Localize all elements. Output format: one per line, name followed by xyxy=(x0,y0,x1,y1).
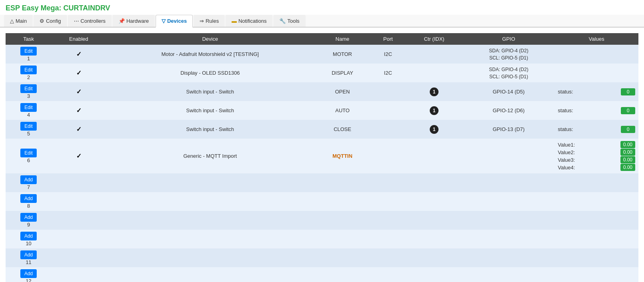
tab-rules[interactable]: ⇒ Rules xyxy=(194,15,225,27)
value-badge-3: 0.00 xyxy=(620,156,635,163)
value-badge: 0 xyxy=(621,126,635,133)
check-icon: ✓ xyxy=(76,51,81,58)
tab-main[interactable]: △ Main xyxy=(4,15,33,27)
tab-devices-label: Devices xyxy=(167,18,187,24)
table-row: Add8 xyxy=(6,192,638,211)
ctr-cell xyxy=(405,45,462,64)
ctr-cell xyxy=(405,64,462,82)
table-row: Add7 xyxy=(6,173,638,192)
device-cell: Generic - MQTT Import xyxy=(106,139,314,173)
tab-controllers-label: Controllers xyxy=(81,18,106,24)
enabled-cell: ✓ xyxy=(51,120,106,139)
ctr-cell: 1 xyxy=(405,101,462,120)
values-cell: status: 0 xyxy=(555,82,638,101)
tab-tools-label: Tools xyxy=(287,18,299,24)
edit-button-1[interactable]: Edit xyxy=(20,47,37,56)
port-cell xyxy=(370,120,405,139)
controllers-icon: ⋯ xyxy=(74,18,79,24)
tab-rules-label: Rules xyxy=(205,18,219,24)
ctr-badge: 1 xyxy=(430,125,439,134)
value-badge-2: 0.00 xyxy=(620,149,635,156)
add-button-9[interactable]: Add xyxy=(20,213,37,222)
table-row: Add10 xyxy=(6,230,638,248)
task-num: Edit3 xyxy=(6,82,51,101)
task-num: Edit1 xyxy=(6,45,51,64)
tab-config[interactable]: ⚙ Config xyxy=(34,15,67,27)
add-button-7[interactable]: Add xyxy=(20,175,37,184)
table-row: Edit1 ✓ Motor - Adafruit Motorshield v2 … xyxy=(6,45,638,64)
task-num: Add12 xyxy=(6,267,51,282)
enabled-cell: ✓ xyxy=(51,82,106,101)
hardware-icon: 📌 xyxy=(119,18,125,24)
device-cell: Display - OLED SSD1306 xyxy=(106,64,314,82)
col-ctr: Ctr (IDX) xyxy=(405,33,462,45)
notifications-icon: ▬ xyxy=(231,18,237,24)
add-button-11[interactable]: Add xyxy=(20,250,37,259)
ctr-badge: 1 xyxy=(430,106,439,115)
gpio-cell: GPIO-13 (D7) xyxy=(463,120,555,139)
gpio-cell xyxy=(463,139,555,173)
value-badge: 0 xyxy=(621,88,635,95)
name-cell: DISPLAY xyxy=(314,64,371,82)
value-badge-1: 0.00 xyxy=(620,141,635,148)
edit-button-5[interactable]: Edit xyxy=(20,122,37,131)
col-values: Values xyxy=(555,33,638,45)
name-cell: OPEN xyxy=(314,82,371,101)
port-cell xyxy=(370,82,405,101)
tools-icon: 🔧 xyxy=(279,18,286,24)
rules-icon: ⇒ xyxy=(200,18,204,24)
check-icon: ✓ xyxy=(76,70,81,76)
name-cell: CLOSE xyxy=(314,120,371,139)
devices-icon: ▽ xyxy=(162,18,166,24)
name-cell: AUTO xyxy=(314,101,371,120)
main-icon: △ xyxy=(10,18,14,24)
values-cell: status: 0 xyxy=(555,120,638,139)
values-cell: status: 0 xyxy=(555,101,638,120)
table-row: Edit4 ✓ Switch input - Switch AUTO 1 GPI… xyxy=(6,101,638,120)
value-badge: 0 xyxy=(621,107,635,114)
port-cell: I2C xyxy=(370,64,405,82)
ctr-cell: 1 xyxy=(405,82,462,101)
port-cell: I2C xyxy=(370,45,405,64)
tab-controllers[interactable]: ⋯ Controllers xyxy=(68,15,112,27)
tab-hardware[interactable]: 📌 Hardware xyxy=(113,15,155,27)
name-cell: MOTOR xyxy=(314,45,371,64)
devices-table: Task Enabled Device Name Port Ctr (IDX) … xyxy=(6,33,638,282)
task-num: Add9 xyxy=(6,211,51,230)
tab-notifications[interactable]: ▬ Notifications xyxy=(225,15,273,27)
task-num: Add11 xyxy=(6,248,51,267)
edit-button-2[interactable]: Edit xyxy=(20,66,37,74)
add-button-10[interactable]: Add xyxy=(20,232,37,240)
gpio-cell: SDA: GPIO-4 (D2)SCL: GPIO-5 (D1) xyxy=(463,45,555,64)
page-title: ESP Easy Mega: CURTAINDRV xyxy=(0,0,644,15)
task-num: Edit4 xyxy=(6,101,51,120)
tab-main-label: Main xyxy=(16,18,27,24)
values-cell: Value1: 0.00 Value2: 0.00 Value3: 0.00 V… xyxy=(555,139,638,173)
col-gpio: GPIO xyxy=(463,33,555,45)
name-cell: MQTTIN xyxy=(314,139,371,173)
main-content: Task Enabled Device Name Port Ctr (IDX) … xyxy=(0,28,644,282)
table-row: Add12 xyxy=(6,267,638,282)
port-cell xyxy=(370,101,405,120)
task-num: Edit2 xyxy=(6,64,51,82)
ctr-badge: 1 xyxy=(430,87,439,96)
port-cell xyxy=(370,139,405,173)
check-icon: ✓ xyxy=(76,126,81,133)
edit-button-4[interactable]: Edit xyxy=(20,103,37,112)
table-row: Edit6 ✓ Generic - MQTT Import MQTTIN Val… xyxy=(6,139,638,173)
tab-tools[interactable]: 🔧 Tools xyxy=(273,15,305,27)
value-badge-4: 0.00 xyxy=(620,164,635,171)
table-header-row: Task Enabled Device Name Port Ctr (IDX) … xyxy=(6,33,638,45)
add-button-12[interactable]: Add xyxy=(20,269,37,278)
col-port: Port xyxy=(370,33,405,45)
check-icon: ✓ xyxy=(76,153,81,159)
edit-button-6[interactable]: Edit xyxy=(20,149,37,157)
tab-devices[interactable]: ▽ Devices xyxy=(156,15,193,28)
nav-bar: △ Main ⚙ Config ⋯ Controllers 📌 Hardware… xyxy=(0,15,644,28)
edit-button-3[interactable]: Edit xyxy=(20,84,37,93)
add-button-8[interactable]: Add xyxy=(20,194,37,203)
tab-notifications-label: Notifications xyxy=(238,18,267,24)
task-num: Edit5 xyxy=(6,120,51,139)
table-row: Add9 xyxy=(6,211,638,230)
col-name: Name xyxy=(314,33,371,45)
